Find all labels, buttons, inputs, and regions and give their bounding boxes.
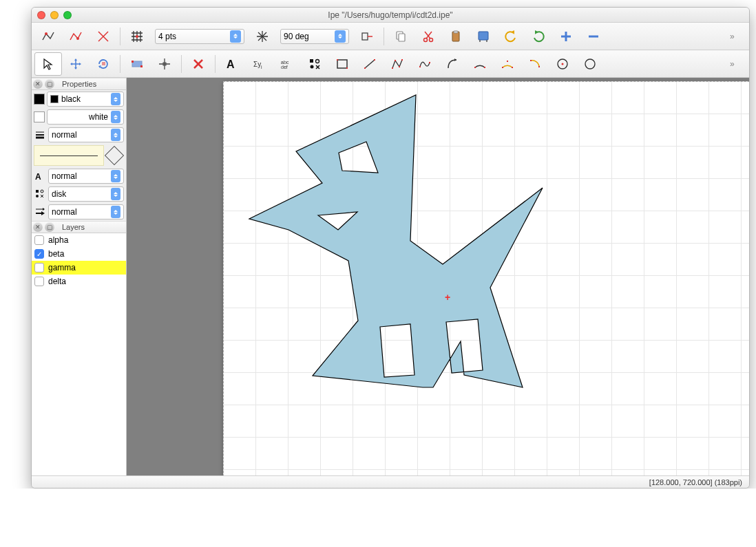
text-style-select[interactable]: normal [48,169,124,184]
paste-button[interactable] [442,25,470,48]
svg-rect-48 [337,60,347,68]
panel-close-icon[interactable]: ✕ [33,222,43,232]
line-options-icon[interactable] [105,146,124,165]
svg-rect-18 [454,31,458,33]
paragraph-tool-button[interactable]: abcdef [273,52,301,76]
toolbar-overflow-icon[interactable]: » [730,59,742,69]
svg-point-69 [562,63,564,65]
svg-rect-55 [395,60,396,61]
rotate-tool-button[interactable] [90,52,117,76]
delete-button[interactable] [470,25,497,48]
svg-rect-12 [399,34,405,41]
zoom-out-button[interactable] [580,25,607,48]
layer-item[interactable]: alpha [32,233,126,247]
canvas[interactable]: + [127,78,749,475]
layer-name-label: gamma [48,263,76,272]
splinegon-tool-button[interactable] [411,52,439,76]
statusbar: [128.000, 720.000] (183ppi) [32,475,749,488]
rectangle-tool-button[interactable] [328,52,356,76]
fill-color-select[interactable]: white [47,109,124,125]
layer-item[interactable]: gamma [32,261,126,275]
layer-item[interactable]: delta [32,275,126,288]
line-style-select[interactable]: normal [48,127,124,142]
svg-point-77 [36,195,39,197]
fill-swatch[interactable] [34,111,45,122]
cut-button[interactable] [414,25,442,48]
snap-vertex-button[interactable] [34,25,62,48]
svg-rect-45 [310,59,313,63]
shred-tool-button[interactable] [185,52,212,76]
line-tool-button[interactable] [356,52,384,76]
arc-tool-button[interactable] [466,52,494,76]
snap-auto-button[interactable] [353,25,381,48]
svg-text:abc: abc [281,60,289,65]
toolbar-overflow-icon[interactable]: » [730,32,742,41]
symbol-style-select[interactable]: disk [48,186,124,202]
panel-close-icon[interactable]: ✕ [33,79,43,89]
arc2-tool-button[interactable] [494,52,521,76]
arc3-tool-button[interactable] [521,52,549,76]
layer-visibility-checkbox[interactable]: ✓ [34,249,44,259]
svg-text:def: def [281,65,288,69]
undo-button[interactable] [497,25,525,48]
svg-marker-60 [454,58,456,61]
svg-text:A: A [227,58,235,70]
panel-pop-icon[interactable]: ▢ [45,79,54,89]
snap-control-button[interactable] [62,25,90,48]
arrow-style-select[interactable]: normal [48,204,124,219]
svg-line-51 [365,60,375,68]
dropdown-arrow-icon [230,30,241,43]
window-close-icon[interactable] [37,11,45,19]
layer-name-label: delta [48,277,66,286]
zoom-in-button[interactable] [552,25,580,48]
stretch-tool-button[interactable] [123,52,151,76]
pan-tool-button[interactable] [151,52,178,76]
layer-visibility-checkbox[interactable] [34,263,44,272]
svg-marker-81 [41,211,45,215]
layer-item[interactable]: ✓beta [32,247,126,261]
layers-list: alpha✓betagammadelta [32,233,126,475]
dog-polygon-shape[interactable] [249,95,543,387]
math-tool-button[interactable]: Σyi [246,52,273,76]
svg-rect-49 [337,59,338,61]
sidebar: ✕ ▢ Properties black white [32,78,127,475]
label-tool-button[interactable]: A [218,52,246,76]
window-minimize-icon[interactable] [50,11,59,19]
layer-visibility-checkbox[interactable] [34,235,44,245]
layer-visibility-checkbox[interactable] [34,277,44,286]
svg-point-1 [76,37,79,40]
svg-rect-56 [399,66,400,67]
snap-grid-button[interactable] [123,25,151,48]
panel-pop-icon[interactable]: ▢ [45,222,54,232]
layers-title: Layers [62,223,85,231]
svg-rect-53 [374,59,375,61]
copy-button[interactable] [387,25,414,48]
circle-tool-button[interactable] [549,52,576,76]
dropdown-arrow-icon [111,206,120,218]
angle-size-select[interactable]: 90 deg [280,29,349,44]
svg-point-47 [311,65,314,69]
symbol-icon [34,188,46,200]
svg-point-0 [45,32,48,35]
translate-tool-button[interactable] [62,52,90,76]
circle3-tool-button[interactable] [576,52,604,76]
select-tool-button[interactable] [34,52,62,76]
layer-name-label: alpha [48,235,68,245]
arrow-size-icon [34,206,46,218]
titlebar: Ipe "/Users/hugo/temp/i/cdt2d.ipe" [32,8,749,23]
spline-tool-button[interactable] [439,52,466,76]
snap-intersect-button[interactable] [90,25,117,48]
grid-size-value: 4 pts [158,32,176,41]
mark-tool-button[interactable] [301,52,328,76]
layer-name-label: beta [48,249,64,259]
redo-button[interactable] [525,25,552,48]
grid-size-select[interactable]: 4 pts [155,29,244,44]
svg-rect-59 [429,62,430,63]
window-maximize-icon[interactable] [63,11,72,19]
stroke-color-select[interactable]: black [47,92,124,107]
line-preview[interactable] [34,145,104,166]
polyline-tool-button[interactable] [384,52,411,76]
snap-angle-button[interactable] [249,25,276,48]
stroke-swatch[interactable] [34,94,45,105]
window-title: Ipe "/Users/hugo/temp/i/cdt2d.ipe" [328,10,452,20]
